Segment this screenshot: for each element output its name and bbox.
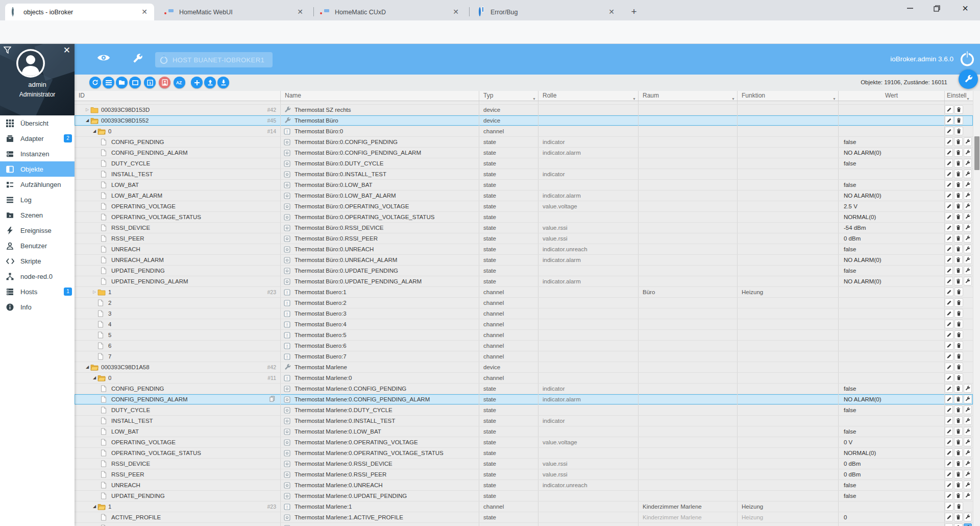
table-row[interactable]: RSSI_DEVICEThermostat Marlene:0.RSSI_DEV…: [75, 459, 973, 469]
sidebar-item-hosts[interactable]: Hosts1: [0, 284, 75, 299]
expand-arrow-icon[interactable]: ▷: [91, 287, 97, 297]
edit-object-button[interactable]: [945, 159, 953, 168]
expand-all-button[interactable]: [116, 77, 128, 88]
column-filter-icon[interactable]: ▼: [632, 94, 636, 101]
delete-object-button[interactable]: [954, 245, 962, 253]
table-row[interactable]: INSTALL_TESTThermostat Büro:0.INSTALL_TE…: [75, 169, 973, 180]
column-header-typ[interactable]: Typ▼: [479, 91, 538, 101]
delete-object-button[interactable]: [954, 137, 962, 146]
column-filter-icon[interactable]: ▼: [966, 94, 970, 101]
window-close-button[interactable]: ×: [953, 0, 977, 16]
table-row[interactable]: CONFIG_PENDINGThermostat Büro:0.CONFIG_P…: [75, 137, 973, 148]
wert-cell[interactable]: -54 dBm: [839, 223, 945, 233]
sidebar-item-aufz-hlungen[interactable]: Aufzählungen: [0, 177, 75, 192]
table-row[interactable]: ACTUAL_TEMPERATUREThermostat Marlene:1.A…: [75, 523, 973, 526]
table-row[interactable]: 4!Thermostat Buero:4channel: [75, 319, 973, 330]
custom-settings-button[interactable]: [964, 427, 972, 436]
table-row[interactable]: CONFIG_PENDING_ALARMThermostat Marlene:0…: [75, 394, 973, 405]
custom-settings-button[interactable]: [964, 448, 972, 457]
browser-tab-1[interactable]: objects - ioBroker✕: [5, 4, 154, 20]
sidebar-item-node-red-0[interactable]: node-red.0: [0, 269, 75, 284]
edit-object-button[interactable]: [945, 309, 953, 318]
wert-cell[interactable]: false: [839, 158, 945, 169]
tab-close-icon[interactable]: ✕: [140, 8, 149, 17]
sidebar-item-benutzer[interactable]: Benutzer: [0, 238, 75, 253]
delete-object-button[interactable]: [954, 502, 963, 511]
filter-funnel-icon[interactable]: [4, 46, 11, 54]
user-avatar[interactable]: [16, 49, 45, 78]
edit-object-button[interactable]: [945, 234, 953, 243]
wert-cell[interactable]: false: [839, 137, 945, 147]
wert-cell[interactable]: 0 V: [839, 437, 945, 447]
custom-settings-button[interactable]: [964, 513, 972, 521]
window-restore-button[interactable]: [925, 0, 948, 16]
delete-object-button[interactable]: [954, 427, 962, 436]
custom-settings-button[interactable]: [964, 395, 972, 403]
column-header-wert[interactable]: Wert: [839, 91, 945, 101]
wert-cell[interactable]: NO ALARM(0): [839, 255, 945, 265]
wert-cell[interactable]: 0: [839, 512, 945, 522]
delete-object-button[interactable]: [954, 373, 963, 382]
table-row[interactable]: OPERATING_VOLTAGEThermostat Marlene:0.OP…: [75, 437, 973, 448]
custom-settings-button[interactable]: [964, 384, 972, 393]
edit-object-button[interactable]: [945, 266, 953, 275]
table-row[interactable]: 5!Thermostat Buero:5channel: [75, 330, 973, 341]
delete-object-button[interactable]: [954, 148, 962, 157]
delete-object-button[interactable]: [954, 523, 962, 526]
window-minimize-button[interactable]: [898, 0, 922, 16]
wert-cell[interactable]: [839, 362, 945, 372]
edit-object-button[interactable]: [945, 127, 953, 135]
column-filter-icon[interactable]: ▼: [731, 94, 735, 101]
edit-object-button[interactable]: [945, 277, 953, 285]
delete-object-button[interactable]: [954, 266, 962, 275]
statistics-button[interactable]: [159, 77, 170, 88]
wert-cell[interactable]: NO ALARM(0): [839, 190, 945, 201]
edit-object-button[interactable]: [945, 416, 953, 425]
copy-id-icon[interactable]: [270, 396, 275, 402]
logout-power-icon[interactable]: [959, 50, 976, 67]
expand-arrow-icon[interactable]: ▷: [84, 105, 90, 115]
wert-cell[interactable]: [839, 105, 945, 115]
list-view-button[interactable]: [103, 77, 114, 88]
wert-cell[interactable]: NO ALARM(0): [839, 148, 945, 158]
column-header-funktion[interactable]: Funktion▼: [738, 91, 839, 101]
wert-cell[interactable]: NORMAL(0): [839, 212, 945, 222]
delete-object-button[interactable]: [954, 395, 962, 403]
table-row[interactable]: UNREACHThermostat Marlene:0.UNREACHstate…: [75, 480, 973, 491]
wert-cell[interactable]: 0.05: [839, 523, 945, 526]
wert-cell[interactable]: [839, 330, 945, 340]
custom-settings-button[interactable]: [964, 137, 972, 146]
column-header-raum[interactable]: Raum▼: [639, 91, 738, 101]
sidebar-item-adapter[interactable]: Adapter2: [0, 131, 75, 146]
edit-object-button[interactable]: [945, 298, 953, 307]
upload-button[interactable]: [204, 77, 216, 88]
table-row[interactable]: LOW_BATThermostat Büro:0.LOW_BATstatefal…: [75, 180, 973, 190]
wert-cell[interactable]: 2.5 V: [839, 201, 945, 211]
delete-object-button[interactable]: [954, 105, 963, 114]
wert-cell[interactable]: NO ALARM(0): [839, 394, 945, 404]
delete-object-button[interactable]: [954, 234, 962, 243]
table-row[interactable]: OPERATING_VOLTAGEThermostat Büro:0.OPERA…: [75, 201, 973, 212]
custom-settings-button[interactable]: [964, 255, 972, 264]
delete-object-button[interactable]: [954, 330, 963, 339]
custom-settings-button[interactable]: [964, 159, 972, 168]
sort-button[interactable]: AZ: [174, 77, 185, 88]
grid-scrollbar-thumb[interactable]: [974, 136, 979, 170]
custom-settings-button[interactable]: [964, 523, 972, 526]
custom-settings-button[interactable]: [964, 277, 972, 285]
edit-object-button[interactable]: [945, 448, 953, 457]
table-row[interactable]: DUTY_CYCLEThermostat Büro:0.DUTY_CYCLEst…: [75, 158, 973, 169]
custom-settings-button[interactable]: [964, 180, 972, 189]
table-row[interactable]: UPDATE_PENDINGThermostat Büro:0.UPDATE_P…: [75, 266, 973, 276]
table-row[interactable]: RSSI_DEVICEThermostat Büro:0.RSSI_DEVICE…: [75, 223, 973, 233]
new-tab-button[interactable]: +: [627, 5, 641, 19]
wert-cell[interactable]: [839, 126, 945, 136]
custom-settings-button[interactable]: [964, 191, 972, 200]
edit-object-button[interactable]: [945, 137, 953, 146]
edit-object-button[interactable]: [945, 384, 953, 393]
delete-object-button[interactable]: [954, 298, 963, 307]
wert-cell[interactable]: [839, 115, 945, 126]
table-row[interactable]: ▷1#23!Thermostat Buero:1channelBüroHeizu…: [75, 287, 973, 298]
custom-settings-button[interactable]: [964, 223, 972, 232]
custom-settings-button[interactable]: [964, 170, 972, 178]
